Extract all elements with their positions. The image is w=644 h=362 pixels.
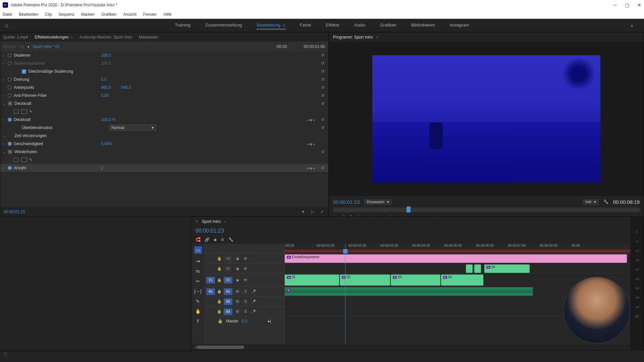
mask-pen-icon[interactable]: ✎ <box>29 109 33 114</box>
record-icon[interactable]: 🎤 <box>251 289 257 294</box>
zoom-out-handle[interactable]: ○ <box>195 345 197 350</box>
settings-icon[interactable]: ⚙ <box>221 237 224 242</box>
record-icon[interactable]: 🎤 <box>251 299 257 304</box>
target-a3[interactable]: A3 <box>224 308 232 315</box>
mask-ellipse-icon[interactable] <box>13 109 19 114</box>
clip-03[interactable]: fx03 <box>391 275 440 286</box>
tab-metadata[interactable]: Metadaten <box>139 35 158 40</box>
audio-clip-a1[interactable]: fx <box>285 287 533 296</box>
reset-icon[interactable]: ↺ <box>321 125 324 130</box>
menu-fenster[interactable]: Fenster <box>143 12 157 17</box>
tab-source[interactable]: Quelle: 2.mp4 <box>3 35 28 40</box>
value-anker-y[interactable]: 540,0 <box>121 85 141 90</box>
menu-bearbeiten[interactable]: Bearbeiten <box>19 12 38 17</box>
clip-v2-b[interactable] <box>474 264 481 273</box>
lock-icon[interactable]: 🔒 <box>217 309 222 314</box>
keyframe-nav[interactable]: ◂ ◆ ▸ <box>307 118 315 122</box>
stopwatch-icon[interactable] <box>8 85 12 89</box>
timeline-timecode[interactable]: 00:00:01:23 <box>196 228 224 234</box>
chevron-down-icon[interactable]: ▾ <box>28 45 29 49</box>
tab-info[interactable]: Informationen <box>56 351 80 351</box>
program-timecode[interactable]: 00:00:01:23 <box>333 199 360 205</box>
lock-icon[interactable]: 🔒 <box>217 266 222 271</box>
marker-add-button[interactable]: ◆ <box>214 237 217 242</box>
maximize-button[interactable]: ▢ <box>625 2 629 8</box>
reset-icon[interactable]: ↺ <box>321 61 324 66</box>
ripple-tool[interactable]: ⇆ <box>196 268 200 274</box>
type-tool[interactable]: T <box>197 319 200 324</box>
pen-tool[interactable]: ✎ <box>196 299 200 304</box>
solo-button[interactable]: S <box>243 289 249 294</box>
tab-audio-mixer[interactable]: Audioclip-Mischer: Sport Intro <box>79 35 132 40</box>
selection-tool[interactable]: ▭ <box>194 246 202 254</box>
minimize-button[interactable]: ─ <box>613 2 617 8</box>
home-button[interactable]: ⌂ <box>0 22 13 28</box>
timeline-playhead[interactable] <box>345 244 345 344</box>
loop-icon[interactable]: ↗ <box>319 209 325 214</box>
stopwatch-active-icon[interactable] <box>8 118 12 122</box>
record-icon[interactable]: 🎤 <box>251 309 257 314</box>
value-anker-x[interactable]: 960,0 <box>101 85 121 90</box>
reset-icon[interactable]: ↺ <box>321 101 324 106</box>
timeline-zoom-scrollbar[interactable] <box>197 346 244 349</box>
track-v2[interactable]: fx05 <box>285 264 644 274</box>
workspace-bearbeitung[interactable]: Bearbeitung≡ <box>256 21 286 29</box>
uniform-scale-checkbox[interactable]: ✓ <box>22 69 26 74</box>
workspace-farbe[interactable]: Farbe <box>299 21 312 29</box>
wrench-icon[interactable]: 🔧 <box>603 199 608 204</box>
target-a2[interactable]: A2 <box>224 298 232 305</box>
hand-tool[interactable]: ✋ <box>195 309 201 314</box>
value-geschwindigkeit[interactable]: 0,00% <box>101 141 121 146</box>
solo-button[interactable]: S <box>243 299 249 304</box>
program-monitor-view[interactable] <box>329 42 644 196</box>
stopwatch-icon[interactable] <box>8 77 12 81</box>
tab-effects[interactable]: Effekte≡ <box>87 351 103 351</box>
clip-05[interactable]: fx05 <box>484 264 530 273</box>
ec-master-clip[interactable]: Master * 01 <box>4 44 24 49</box>
tab-libraries[interactable]: Bibliotheken <box>28 351 50 351</box>
lock-icon[interactable]: 🔒 <box>217 278 222 282</box>
eye-icon[interactable]: 👁 <box>243 266 249 272</box>
master-value[interactable]: 0,0 <box>242 319 248 323</box>
twist-icon[interactable]: › <box>3 54 8 57</box>
reset-icon[interactable]: ↺ <box>321 53 324 58</box>
target-v1[interactable]: V1 <box>224 277 232 284</box>
mask-rect-icon[interactable] <box>21 109 27 114</box>
lock-icon[interactable]: 🔒 <box>217 299 222 304</box>
sync-lock-icon[interactable]: ◉ <box>234 278 240 283</box>
tab-markers[interactable]: Mar <box>109 351 116 351</box>
mask-pen-icon[interactable]: ✎ <box>29 158 33 162</box>
source-v1[interactable]: V1 <box>206 277 215 284</box>
value-antiflimmer[interactable]: 0,00 <box>101 93 121 98</box>
menu-datei[interactable]: Datei <box>3 12 12 17</box>
value-drehung[interactable]: 0,0 <box>101 77 121 82</box>
lock-icon[interactable]: 🔒 <box>218 319 223 323</box>
ec-current-timecode[interactable]: 00:00:01:23 <box>4 209 25 214</box>
close-button[interactable]: ✕ <box>637 2 641 8</box>
stopwatch-active-icon[interactable] <box>8 166 12 170</box>
clip-04[interactable]: fx04 <box>441 275 483 286</box>
sync-lock-icon[interactable]: ◉ <box>234 266 240 272</box>
reset-icon[interactable]: ↺ <box>321 93 324 98</box>
quality-dropdown[interactable]: Voll▾ <box>583 199 599 205</box>
menu-hilfe[interactable]: Hilfe <box>164 12 172 17</box>
zoom-fit-dropdown[interactable]: Einpassen▾ <box>364 199 391 205</box>
mask-rect-icon[interactable] <box>21 158 27 162</box>
stopwatch-active-icon[interactable] <box>8 142 12 146</box>
workspace-training[interactable]: Training <box>174 21 191 29</box>
reset-icon[interactable]: ↺ <box>321 85 324 90</box>
workspace-effekte[interactable]: Effekte <box>325 21 340 29</box>
tab-program[interactable]: Programm: Sport Intro≡ <box>333 35 378 40</box>
play-only-icon[interactable]: ▷ <box>310 209 316 214</box>
mute-button[interactable]: M <box>234 299 240 304</box>
razor-tool[interactable]: ✂ <box>196 279 200 284</box>
slip-tool[interactable]: |↔| <box>194 289 201 294</box>
target-a1[interactable]: A1 <box>224 288 232 295</box>
workspace-zusammenstellung[interactable]: Zusammenstellung <box>205 21 243 29</box>
track-select-tool[interactable]: ⇥ <box>196 258 200 264</box>
work-area-bar[interactable] <box>285 250 634 252</box>
reset-icon[interactable]: ↺ <box>321 149 324 154</box>
value-deckkraft[interactable]: 100,0 % <box>101 117 121 122</box>
keyframe-nav[interactable]: ◂ ◆ ▸ <box>307 142 315 146</box>
tab-timeline[interactable]: Sport Intro≡ <box>202 219 226 224</box>
